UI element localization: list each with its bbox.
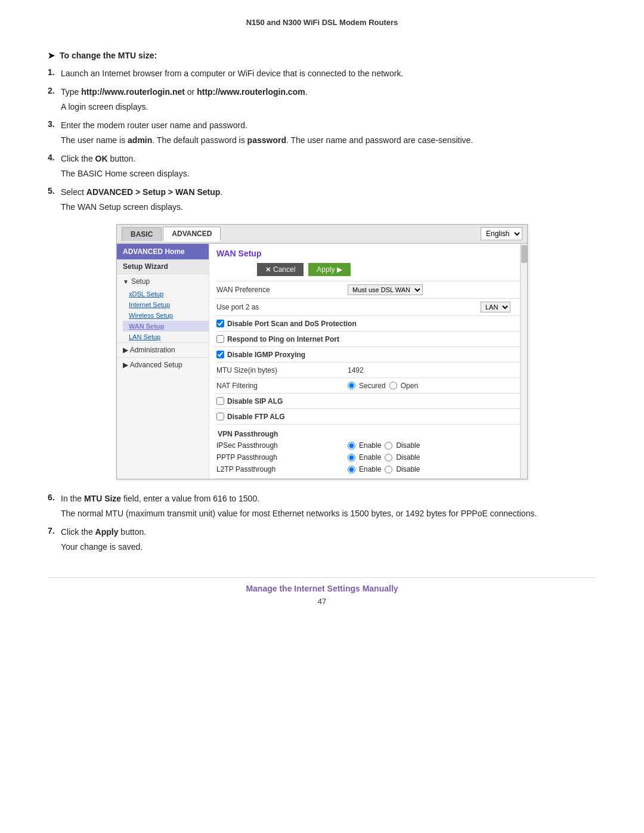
- wan-fields: WAN Preference Must use DSL WAN Use port…: [209, 281, 527, 479]
- disable-ftp-label[interactable]: Disable FTP ALG: [216, 413, 285, 421]
- ipsec-enable-label: Enable: [359, 441, 381, 450]
- sidebar-item-lan[interactable]: LAN Setup: [123, 332, 209, 342]
- sidebar-setup-header[interactable]: ▼ Setup: [117, 274, 209, 289]
- disable-port-scan-checkbox[interactable]: [216, 320, 224, 327]
- step-6-num: 6.: [48, 493, 61, 502]
- pptp-disable-radio[interactable]: [385, 454, 392, 462]
- step-5: 5. Select ADVANCED > Setup > WAN Setup. …: [48, 186, 596, 213]
- disable-ftp-value: Disable FTP ALG: [216, 413, 520, 421]
- l2tp-enable-label: Enable: [359, 465, 381, 473]
- step-5-num: 5.: [48, 186, 61, 196]
- ipsec-value: Enable Disable: [348, 441, 420, 450]
- nat-open-radio[interactable]: [389, 382, 397, 389]
- apply-button[interactable]: Apply ▶: [308, 263, 351, 276]
- disable-igmp-label[interactable]: Disable IGMP Proxying: [216, 351, 305, 359]
- step-7-num: 7.: [48, 526, 61, 535]
- l2tp-enable-radio[interactable]: [348, 466, 355, 473]
- respond-ping-label[interactable]: Respond to Ping on Internet Port: [216, 335, 339, 343]
- mtu-value: 1492: [348, 366, 520, 374]
- step-2-text: Type http://www.routerlogin.net or http:…: [61, 86, 596, 98]
- apply-button-ref: Apply: [95, 527, 119, 537]
- advanced-setup-ref: ADVANCED > Setup > WAN Setup: [86, 187, 221, 197]
- step-7: 7. Click the Apply button. Your change i…: [48, 526, 596, 553]
- nat-row: NAT Filtering Secured Open: [215, 377, 521, 393]
- page-number: 47: [48, 597, 596, 606]
- vpn-header: VPN Passthrough: [216, 428, 279, 439]
- x-icon: ✕: [265, 266, 271, 274]
- step-4-text: Click the OK button.: [61, 153, 596, 165]
- step-3-subtext: The user name is admin. The default pass…: [61, 134, 596, 147]
- respond-ping-value: Respond to Ping on Internet Port: [216, 335, 520, 343]
- nat-open-label: Open: [401, 382, 418, 390]
- sidebar-advanced-home[interactable]: ADVANCED Home: [117, 244, 209, 259]
- tab-basic[interactable]: BASIC: [122, 227, 162, 241]
- language-selector[interactable]: English: [481, 227, 522, 240]
- step-6-subtext: The normal MTU (maximum transmit unit) v…: [61, 507, 596, 520]
- port2-row: Use port 2 as LAN: [215, 298, 521, 315]
- wan-title: WAN Setup: [209, 244, 527, 261]
- step-7-text: Click the Apply button.: [61, 526, 596, 538]
- step-6-text: In the MTU Size field, enter a value fro…: [61, 493, 596, 505]
- disable-port-scan-label[interactable]: Disable Port Scan and DoS Protection: [216, 320, 357, 328]
- sidebar-setup-wizard[interactable]: Setup Wizard: [117, 259, 209, 274]
- wan-preference-value[interactable]: Must use DSL WAN: [348, 284, 520, 295]
- language-select[interactable]: English: [481, 227, 522, 240]
- disable-ftp-checkbox[interactable]: [216, 413, 224, 420]
- pptp-enable-radio[interactable]: [348, 454, 355, 462]
- sidebar-item-wireless[interactable]: Wireless Setup: [123, 310, 209, 321]
- disable-ftp-row: Disable FTP ALG: [215, 408, 521, 424]
- l2tp-disable-label: Disable: [396, 465, 420, 473]
- port2-value[interactable]: LAN: [348, 302, 520, 312]
- admin-label: admin: [128, 135, 152, 145]
- ipsec-enable-radio[interactable]: [348, 442, 355, 450]
- nat-secured-radio[interactable]: [348, 382, 355, 389]
- step-4-subtext: The BASIC Home screen displays.: [61, 168, 596, 180]
- sidebar-item-wan[interactable]: WAN Setup: [123, 321, 209, 332]
- mtu-size-ref: MTU Size: [84, 494, 121, 503]
- wan-preference-select[interactable]: Must use DSL WAN: [348, 284, 423, 295]
- cancel-button[interactable]: ✕ Cancel: [257, 263, 304, 276]
- sidebar-item-xdsl[interactable]: xDSL Setup: [123, 289, 209, 299]
- wan-preference-label: WAN Preference: [216, 286, 348, 294]
- ok-button-ref: OK: [95, 154, 108, 163]
- page-footer: Manage the Internet Settings Manually 47: [48, 577, 596, 606]
- tab-advanced[interactable]: ADVANCED: [163, 227, 221, 241]
- mtu-label: MTU Size(in bytes): [216, 366, 348, 374]
- router-body: ADVANCED Home Setup Wizard ▼ Setup xDSL …: [117, 244, 527, 479]
- scrollbar[interactable]: [520, 244, 527, 479]
- disable-sip-label[interactable]: Disable SIP ALG: [216, 397, 283, 405]
- step-1: 1. Launch an Internet browser from a com…: [48, 67, 596, 80]
- disable-sip-checkbox[interactable]: [216, 397, 224, 405]
- l2tp-disable-radio[interactable]: [385, 466, 392, 473]
- l2tp-row: L2TP Passthrough Enable Disable: [216, 463, 520, 475]
- step-3-num: 3.: [48, 119, 61, 129]
- step-7-subtext: Your change is saved.: [61, 541, 596, 553]
- setup-header-label: Setup: [131, 277, 150, 286]
- step-5-subtext: The WAN Setup screen displays.: [61, 201, 596, 213]
- port2-select[interactable]: LAN: [481, 302, 510, 312]
- ipsec-row: IPSec Passthrough Enable Disable: [216, 439, 520, 451]
- sidebar-administration[interactable]: ▶ Administration: [117, 342, 209, 357]
- section-heading: To change the MTU size:: [60, 51, 157, 60]
- ipsec-disable-radio[interactable]: [385, 442, 392, 450]
- footer-link-text: Manage the Internet Settings Manually: [246, 584, 398, 593]
- step-1-text: Launch an Internet browser from a comput…: [61, 67, 596, 80]
- port2-label: Use port 2 as: [216, 303, 348, 311]
- disable-sip-row: Disable SIP ALG: [215, 393, 521, 408]
- page-header: N150 and N300 WiFi DSL Modem Routers: [48, 18, 596, 33]
- pptp-row: PPTP Passthrough Enable Disable: [216, 451, 520, 463]
- sidebar-sub-items: xDSL Setup Internet Setup Wireless Setup…: [117, 289, 209, 342]
- scrollbar-thumb[interactable]: [521, 245, 527, 263]
- advanced-setup-triangle-icon: ▶: [123, 361, 128, 369]
- pptp-enable-label: Enable: [359, 453, 381, 462]
- step-2-subtext: A login screen displays.: [61, 101, 596, 113]
- sidebar-item-internet[interactable]: Internet Setup: [123, 299, 209, 310]
- respond-ping-checkbox[interactable]: [216, 335, 224, 343]
- sidebar-advanced-setup[interactable]: ▶ Advanced Setup: [117, 357, 209, 372]
- router-tab-bar: BASIC ADVANCED English: [117, 225, 527, 244]
- footer-link: Manage the Internet Settings Manually: [48, 584, 596, 593]
- step-6: 6. In the MTU Size field, enter a value …: [48, 493, 596, 520]
- disable-igmp-checkbox[interactable]: [216, 351, 224, 358]
- step-4: 4. Click the OK button. The BASIC Home s…: [48, 153, 596, 180]
- password-label: password: [247, 135, 286, 145]
